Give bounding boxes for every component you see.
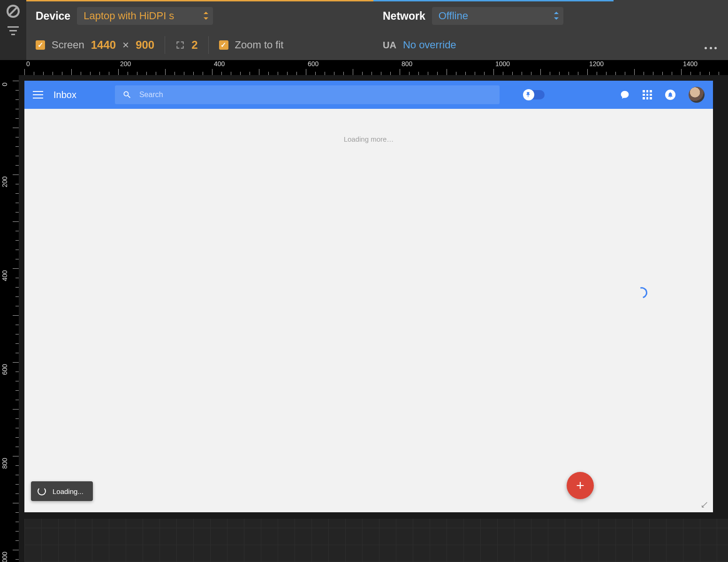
device-label: Device: [36, 10, 70, 23]
search-bar[interactable]: [115, 85, 500, 104]
screen-label: Screen: [52, 39, 84, 51]
grid-background: [24, 519, 728, 562]
spinner-icon: [38, 487, 46, 495]
dpr-icon: [175, 40, 185, 50]
ruler-horizontal: 0200400600800100012001400: [19, 60, 728, 75]
ua-value[interactable]: No override: [403, 39, 456, 51]
pin-icon: [523, 89, 534, 100]
search-icon: [122, 90, 132, 99]
inbox-header: Inbox: [24, 81, 713, 109]
ua-label: UA: [383, 40, 396, 51]
apps-icon[interactable]: [643, 90, 652, 99]
no-entry-icon[interactable]: [7, 5, 20, 18]
chat-icon[interactable]: [620, 90, 629, 99]
zoom-label[interactable]: Zoom to fit: [235, 39, 284, 51]
viewport-container: Inbox Loading more…: [19, 75, 728, 562]
dpr-value[interactable]: 2: [191, 38, 197, 52]
avatar[interactable]: [689, 87, 705, 103]
inbox-body: Loading more… Loading... +: [24, 109, 713, 512]
network-select[interactable]: Offline: [432, 7, 563, 25]
loading-more-text: Loading more…: [344, 135, 394, 143]
screen-height[interactable]: 900: [136, 38, 154, 52]
pin-toggle[interactable]: [524, 90, 545, 99]
zoom-checkbox[interactable]: ✓: [219, 40, 228, 50]
resize-handle-icon[interactable]: [701, 501, 708, 509]
network-panel: Network Offline UA No override: [373, 0, 614, 60]
compose-fab[interactable]: +: [567, 472, 594, 499]
device-panel: Device Laptop with HiDPI s ✓ Screen 1440…: [26, 0, 373, 60]
loading-toast-text: Loading...: [53, 487, 83, 495]
devtools-bar: Device Laptop with HiDPI s ✓ Screen 1440…: [0, 0, 728, 60]
search-input[interactable]: [139, 91, 492, 99]
devtools-leftcol: [0, 0, 26, 60]
menu-icon[interactable]: [33, 91, 43, 99]
times-symbol: ×: [122, 38, 129, 52]
filter-icon[interactable]: [8, 26, 19, 36]
notifications-icon[interactable]: [665, 90, 675, 100]
spinner-icon: [634, 285, 650, 301]
loading-toast: Loading...: [31, 481, 93, 501]
inbox-title: Inbox: [53, 90, 76, 100]
screen-checkbox[interactable]: ✓: [36, 40, 45, 50]
screen-width[interactable]: 1440: [91, 38, 116, 52]
network-label: Network: [383, 10, 425, 23]
device-select[interactable]: Laptop with HiDPI s: [77, 7, 213, 25]
emulated-viewport: Inbox Loading more…: [24, 81, 713, 512]
more-icon[interactable]: [705, 47, 717, 52]
ruler-vertical: 02004006008001000: [0, 60, 19, 562]
